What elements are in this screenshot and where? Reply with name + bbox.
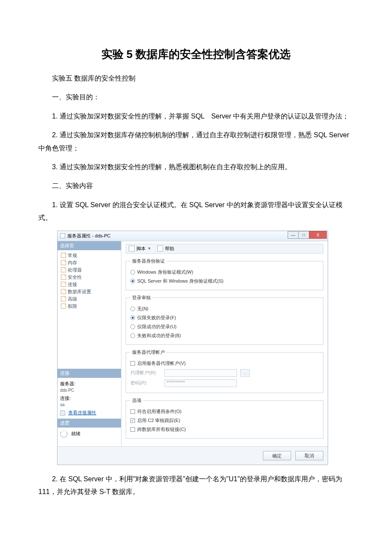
checkbox-label: 跨数据库所有权链接(C) bbox=[137, 426, 186, 433]
page-icon bbox=[61, 282, 66, 287]
page-icon bbox=[61, 260, 66, 265]
server-label: 服务器: bbox=[60, 381, 118, 387]
sidebar-item-memory[interactable]: 内存 bbox=[60, 259, 119, 266]
dropdown-arrow-icon[interactable]: ▼ bbox=[147, 246, 151, 251]
checkbox-label: 启用服务器代理帐户(V) bbox=[137, 360, 186, 367]
radio-audit-both[interactable]: 失败和成功的登录(B) bbox=[130, 331, 319, 340]
window-title: 服务器属性 - dds-PC bbox=[67, 233, 110, 239]
server-value: dds-PC bbox=[60, 388, 118, 393]
radio-windows-auth[interactable]: Windows 身份验证模式(W) bbox=[130, 268, 319, 277]
sidebar-item-advanced[interactable]: 高级 bbox=[60, 295, 119, 303]
cancel-button[interactable]: 取消 bbox=[295, 451, 323, 460]
titlebar[interactable]: 服务器属性 - dds-PC — □ X bbox=[58, 231, 328, 241]
paragraph-item-3: 3. 通过实验加深对数据安全性的理解，熟悉视图机制在自主存取控制上的应用。 bbox=[38, 161, 354, 173]
proxy-password-label: 密码(P): bbox=[130, 380, 161, 386]
radio-label: 无(N) bbox=[137, 306, 148, 312]
radio-icon bbox=[130, 279, 135, 283]
connection-label: 连接: bbox=[60, 395, 118, 402]
checkbox-icon bbox=[130, 418, 135, 423]
radio-audit-success-only[interactable]: 仅限成功的登录(U) bbox=[130, 322, 319, 331]
radio-icon bbox=[130, 306, 135, 311]
checkbox-enable-proxy[interactable]: 启用服务器代理帐户(V) bbox=[130, 359, 319, 368]
browse-button: … bbox=[240, 369, 250, 377]
checkbox-c2-audit[interactable]: 启用 C2 审核跟踪(E) bbox=[130, 416, 319, 425]
sidebar: 选择页 常规 内存 处理器 安全性 连接 数据库设置 高级 权限 连接 服务器:… bbox=[58, 241, 121, 446]
maximize-button[interactable]: □ bbox=[298, 231, 309, 239]
radio-audit-failed-only[interactable]: 仅限失败的登录(F) bbox=[130, 313, 319, 322]
script-button[interactable]: 脚本 bbox=[136, 246, 146, 252]
checkbox-icon bbox=[130, 409, 135, 414]
checkbox-common-criteria[interactable]: 符合启用通用条件(O) bbox=[130, 407, 319, 416]
progress-status: 就绪 bbox=[71, 431, 81, 437]
paragraph-item-2: 2. 通过实验加深对数据库存储控制机制的理解，通过自主存取控制进行权限管理，熟悉… bbox=[38, 129, 354, 155]
radio-icon bbox=[130, 315, 135, 320]
proxy-account-label: 代理帐户(R): bbox=[130, 370, 161, 376]
proxy-password-input: ********** bbox=[164, 379, 237, 387]
group-legend: 服务器代理帐户 bbox=[130, 349, 167, 356]
panel-toolbar: 脚本 ▼ 帮助 bbox=[126, 244, 323, 254]
view-connection-properties-link[interactable]: 查看连接属性 bbox=[68, 410, 96, 415]
minimize-button[interactable]: — bbox=[288, 231, 299, 239]
radio-icon bbox=[130, 324, 135, 329]
group-login-auditing: 登录审核 无(N) 仅限失败的登录(F) 仅限成功的登录(U) 失败和成功的登录… bbox=[126, 295, 323, 345]
proxy-account-row: 代理帐户(R): … bbox=[130, 368, 319, 378]
radio-sql-windows-auth[interactable]: SQL Server 和 Windows 身份验证模式(S) bbox=[130, 277, 319, 286]
proxy-account-input bbox=[164, 369, 237, 377]
sidebar-item-label: 处理器 bbox=[68, 267, 82, 273]
group-legend: 登录审核 bbox=[130, 295, 153, 301]
checkbox-icon bbox=[130, 427, 135, 432]
page-icon bbox=[61, 296, 66, 301]
window-icon bbox=[60, 233, 65, 238]
radio-icon bbox=[130, 333, 135, 338]
radio-label: Windows 身份验证模式(W) bbox=[137, 269, 193, 275]
ok-button[interactable]: 确定 bbox=[263, 451, 291, 460]
link-icon bbox=[60, 410, 65, 416]
sidebar-item-permissions[interactable]: 权限 bbox=[60, 303, 119, 310]
group-options: 选项 符合启用通用条件(O) 启用 C2 审核跟踪(E) 跨数据库所有权链接(C… bbox=[126, 397, 323, 439]
close-button[interactable]: X bbox=[309, 231, 327, 239]
sidebar-item-label: 权限 bbox=[68, 303, 77, 309]
group-legend: 服务器身份验证 bbox=[130, 258, 167, 264]
help-button[interactable]: 帮助 bbox=[165, 246, 174, 252]
checkbox-label: 启用 C2 审核跟踪(E) bbox=[137, 417, 180, 424]
page-icon bbox=[61, 275, 66, 280]
sidebar-header-select-page: 选择页 bbox=[58, 241, 121, 250]
sidebar-item-label: 常规 bbox=[68, 252, 77, 259]
sidebar-item-label: 数据库设置 bbox=[68, 289, 91, 295]
proxy-password-row: 密码(P): ********** bbox=[130, 378, 319, 388]
paragraph-item-1: 1. 通过实验加深对数据安全性的理解，并掌握 SQL Server 中有关用户登… bbox=[38, 110, 354, 123]
group-server-proxy-account: 服务器代理帐户 启用服务器代理帐户(V) 代理帐户(R): … 密码(P): *… bbox=[126, 349, 323, 393]
sidebar-item-processors[interactable]: 处理器 bbox=[60, 266, 119, 274]
paragraph-section-2: 二、实验内容 bbox=[38, 179, 354, 192]
page-icon bbox=[61, 253, 66, 258]
radio-audit-none[interactable]: 无(N) bbox=[130, 304, 319, 313]
checkbox-icon bbox=[130, 361, 135, 366]
paragraph-step-2: 2. 在 SQL Server 中，利用"对象资源管理器"创建一个名为"U1"的… bbox=[38, 473, 354, 499]
spinner-icon bbox=[60, 430, 68, 438]
help-icon bbox=[157, 246, 163, 251]
sidebar-item-label: 连接 bbox=[68, 281, 77, 288]
group-legend: 选项 bbox=[130, 397, 143, 404]
page-icon bbox=[61, 289, 66, 294]
sidebar-item-general[interactable]: 常规 bbox=[60, 252, 119, 259]
sidebar-item-db-settings[interactable]: 数据库设置 bbox=[60, 288, 119, 295]
window-controls: — □ X bbox=[288, 231, 327, 239]
sidebar-item-security[interactable]: 安全性 bbox=[60, 274, 119, 281]
radio-label: 仅限失败的登录(F) bbox=[137, 315, 176, 321]
checkbox-label: 符合启用通用条件(O) bbox=[137, 408, 182, 415]
connection-info: 服务器: dds-PC 连接: sa 查看连接属性 bbox=[58, 378, 121, 419]
radio-label: 仅限成功的登录(U) bbox=[137, 324, 176, 330]
view-connection-link-row: 查看连接属性 bbox=[60, 410, 118, 416]
script-icon bbox=[129, 246, 135, 251]
radio-icon bbox=[130, 270, 135, 275]
sidebar-page-list: 常规 内存 处理器 安全性 连接 数据库设置 高级 权限 bbox=[58, 250, 121, 313]
sidebar-item-label: 高级 bbox=[68, 296, 77, 302]
doc-title: 实验 5 数据库的安全性控制含答案优选 bbox=[38, 47, 354, 62]
checkbox-cross-db-ownership[interactable]: 跨数据库所有权链接(C) bbox=[130, 425, 319, 434]
connection-value: sa bbox=[60, 402, 118, 407]
sidebar-item-label: 内存 bbox=[68, 260, 77, 266]
sidebar-item-connections[interactable]: 连接 bbox=[60, 281, 119, 288]
sidebar-item-label: 安全性 bbox=[68, 274, 82, 280]
page-icon bbox=[61, 304, 66, 309]
sidebar-header-progress: 进度 bbox=[58, 419, 121, 428]
